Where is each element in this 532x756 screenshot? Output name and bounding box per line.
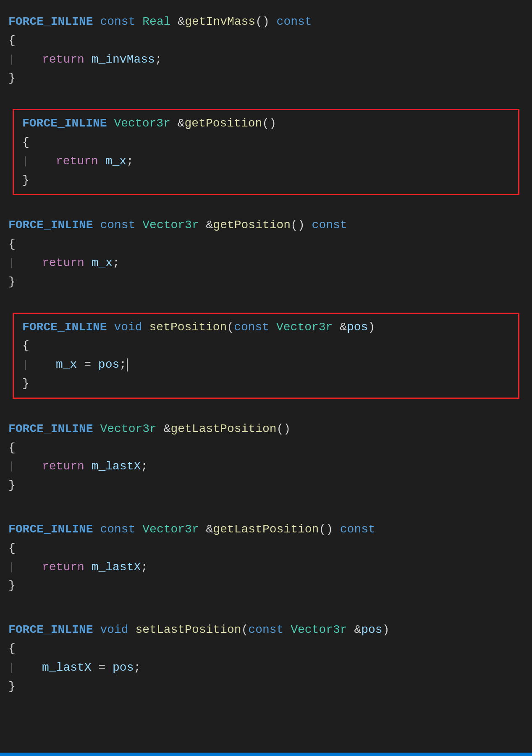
token-type-vector: Vector3r [142, 520, 199, 539]
token-kw-force: FORCE_INLINE [8, 520, 93, 539]
token-punct [84, 50, 92, 69]
token-punct [199, 216, 206, 235]
line-bar: | [8, 257, 15, 269]
token-punct: } [8, 577, 16, 595]
code-line: |return m_lastX; [0, 457, 532, 476]
token-var-m: m_x [92, 254, 113, 273]
token-param-name: pos [361, 621, 382, 640]
indent-spacer: | [8, 254, 42, 273]
indent-spacer: | [8, 50, 42, 69]
token-punct [93, 216, 100, 235]
token-punct: } [22, 171, 29, 190]
code-line: { [0, 439, 532, 458]
block-spacer [0, 92, 532, 109]
token-punct: ; [113, 254, 120, 273]
token-punct [128, 621, 136, 640]
token-punct [171, 13, 178, 32]
token-kw-return: return [42, 558, 84, 577]
token-punct [347, 621, 354, 640]
text-cursor [127, 358, 128, 371]
code-line: |return m_x; [14, 152, 518, 171]
token-punct: } [22, 374, 29, 393]
line-bar: | [8, 661, 15, 674]
token-ampersand: & [178, 13, 185, 32]
token-kw-const: const [100, 520, 135, 539]
token-punct [135, 13, 142, 32]
code-line: } [0, 677, 532, 696]
token-kw-const: const [100, 216, 135, 235]
token-punct: { [8, 539, 16, 558]
token-punct: { [8, 439, 16, 458]
code-line: } [14, 374, 518, 393]
token-punct [93, 420, 100, 439]
code-line: FORCE_INLINE Vector3r &getPosition() [14, 114, 518, 133]
code-block-block3: FORCE_INLINE const Vector3r &getPosition… [0, 212, 532, 295]
token-kw-force: FORCE_INLINE [8, 216, 93, 235]
token-ampersand: & [178, 114, 185, 133]
token-punct [93, 13, 100, 32]
code-line: } [0, 476, 532, 495]
code-line: { [0, 32, 532, 50]
token-type-vector: Vector3r [114, 114, 170, 133]
code-block-block6: FORCE_INLINE const Vector3r &getLastPosi… [0, 516, 532, 600]
token-kw-const: const [312, 216, 347, 235]
token-ampersand: & [340, 318, 347, 337]
token-punct [269, 318, 276, 337]
token-kw-return: return [42, 457, 84, 476]
token-ampersand: & [164, 420, 171, 439]
token-kw-void: void [100, 621, 128, 640]
token-punct: ; [126, 152, 134, 171]
token-punct: ( [227, 318, 234, 337]
token-var-m: m_x [56, 356, 77, 374]
token-punct: { [22, 133, 29, 152]
token-punct: ; [141, 558, 148, 577]
token-punct: () [255, 13, 276, 32]
code-line: } [0, 577, 532, 595]
token-punct [199, 520, 206, 539]
code-block-block2: FORCE_INLINE Vector3r &getPosition(){|re… [13, 109, 519, 195]
token-var-m: m_lastX [92, 457, 141, 476]
token-punct: ) [368, 318, 375, 337]
line-bar: | [8, 460, 15, 473]
code-line: FORCE_INLINE const Vector3r &getPosition… [0, 216, 532, 235]
token-punct [98, 152, 105, 171]
token-fn-name: getLastPosition [213, 520, 319, 539]
code-block-block4: FORCE_INLINE void setPosition(const Vect… [13, 313, 519, 399]
token-punct: ; [141, 457, 148, 476]
token-ampersand: & [354, 621, 361, 640]
token-punct [333, 318, 340, 337]
token-punct: () [262, 114, 276, 133]
code-line: FORCE_INLINE const Real &getInvMass() co… [0, 13, 532, 32]
block-spacer [0, 296, 532, 313]
code-line: { [0, 235, 532, 254]
line-bar: | [22, 358, 29, 371]
token-punct [135, 216, 142, 235]
token-type-vector: Vector3r [142, 216, 199, 235]
token-punct: { [22, 337, 29, 356]
indent-spacer: | [22, 356, 56, 374]
token-punct: } [8, 476, 16, 495]
token-kw-return: return [42, 254, 84, 273]
code-block-block1: FORCE_INLINE const Real &getInvMass() co… [0, 8, 532, 92]
token-type-vector: Vector3r [276, 318, 333, 337]
block-spacer [0, 499, 532, 516]
token-kw-force: FORCE_INLINE [8, 420, 93, 439]
token-punct [84, 254, 92, 273]
token-punct [107, 114, 114, 133]
token-param-name: pos [113, 659, 134, 677]
token-kw-const: const [100, 13, 135, 32]
token-punct: ( [241, 621, 249, 640]
token-punct [84, 558, 92, 577]
code-container: FORCE_INLINE const Real &getInvMass() co… [0, 0, 532, 709]
token-punct: = [92, 659, 113, 677]
token-punct [142, 318, 149, 337]
token-fn-name: getLastPosition [171, 420, 277, 439]
code-line: |return m_lastX; [0, 558, 532, 577]
block-spacer [0, 399, 532, 416]
token-type-vector: Vector3r [100, 420, 156, 439]
block-spacer [0, 195, 532, 212]
token-fn-name: getInvMass [185, 13, 255, 32]
token-var-m: m_invMass [92, 50, 155, 69]
token-punct: { [8, 32, 16, 50]
code-line: FORCE_INLINE void setPosition(const Vect… [14, 318, 518, 337]
